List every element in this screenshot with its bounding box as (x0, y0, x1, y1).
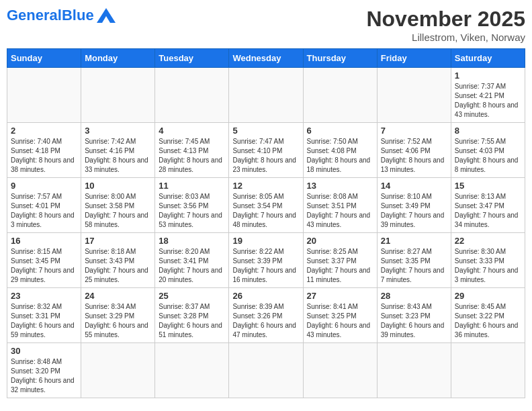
day-info: Sunrise: 7:42 AM Sunset: 4:16 PM Dayligh… (85, 137, 151, 175)
day-number: 18 (159, 236, 225, 246)
col-wednesday: Wednesday (229, 49, 303, 68)
logo: GeneralBlue (7, 7, 116, 24)
day-info: Sunrise: 8:34 AM Sunset: 3:29 PM Dayligh… (85, 302, 151, 340)
day-cell: 14Sunrise: 8:10 AM Sunset: 3:49 PM Dayli… (377, 178, 451, 233)
day-number: 26 (232, 291, 299, 301)
day-info: Sunrise: 7:37 AM Sunset: 4:21 PM Dayligh… (455, 82, 521, 120)
day-info: Sunrise: 7:47 AM Sunset: 4:10 PM Dayligh… (232, 137, 299, 175)
day-number: 13 (307, 181, 373, 191)
day-cell (229, 343, 303, 398)
day-info: Sunrise: 8:30 AM Sunset: 3:33 PM Dayligh… (455, 247, 521, 285)
day-cell: 2Sunrise: 7:40 AM Sunset: 4:18 PM Daylig… (7, 123, 81, 178)
day-number: 19 (232, 236, 299, 246)
day-cell (303, 68, 377, 123)
calendar-table: Sunday Monday Tuesday Wednesday Thursday… (7, 48, 525, 398)
day-cell (377, 343, 451, 398)
page: GeneralBlue November 2025 Lillestrom, Vi… (0, 0, 532, 405)
day-info: Sunrise: 7:40 AM Sunset: 4:18 PM Dayligh… (11, 137, 77, 175)
logo-text: GeneralBlue (7, 7, 94, 24)
day-cell: 4Sunrise: 7:45 AM Sunset: 4:13 PM Daylig… (155, 123, 229, 178)
day-cell: 21Sunrise: 8:27 AM Sunset: 3:35 PM Dayli… (377, 233, 451, 288)
day-number: 12 (232, 181, 299, 191)
day-number: 17 (85, 236, 151, 246)
day-cell: 5Sunrise: 7:47 AM Sunset: 4:10 PM Daylig… (229, 123, 303, 178)
calendar-subtitle: Lillestrom, Viken, Norway (366, 32, 525, 43)
col-tuesday: Tuesday (155, 49, 229, 68)
day-cell: 22Sunrise: 8:30 AM Sunset: 3:33 PM Dayli… (451, 233, 525, 288)
col-monday: Monday (81, 49, 155, 68)
day-number: 4 (159, 126, 225, 136)
day-info: Sunrise: 8:43 AM Sunset: 3:23 PM Dayligh… (381, 302, 447, 340)
day-number: 5 (232, 126, 299, 136)
week-row-2: 9Sunrise: 7:57 AM Sunset: 4:01 PM Daylig… (7, 178, 525, 233)
day-cell: 24Sunrise: 8:34 AM Sunset: 3:29 PM Dayli… (81, 288, 155, 343)
day-info: Sunrise: 8:25 AM Sunset: 3:37 PM Dayligh… (307, 247, 373, 285)
day-info: Sunrise: 8:08 AM Sunset: 3:51 PM Dayligh… (307, 192, 373, 230)
day-info: Sunrise: 8:13 AM Sunset: 3:47 PM Dayligh… (455, 192, 521, 230)
week-row-4: 23Sunrise: 8:32 AM Sunset: 3:31 PM Dayli… (7, 288, 525, 343)
day-cell: 16Sunrise: 8:15 AM Sunset: 3:45 PM Dayli… (7, 233, 81, 288)
col-thursday: Thursday (303, 49, 377, 68)
day-cell (155, 343, 229, 398)
logo-blue: Blue (62, 7, 94, 24)
day-cell: 25Sunrise: 8:37 AM Sunset: 3:28 PM Dayli… (155, 288, 229, 343)
day-cell: 17Sunrise: 8:18 AM Sunset: 3:43 PM Dayli… (81, 233, 155, 288)
day-info: Sunrise: 8:03 AM Sunset: 3:56 PM Dayligh… (159, 192, 225, 230)
day-number: 23 (11, 291, 77, 301)
day-cell (155, 68, 229, 123)
day-number: 2 (11, 126, 77, 136)
day-cell: 8Sunrise: 7:55 AM Sunset: 4:03 PM Daylig… (451, 123, 525, 178)
day-cell: 23Sunrise: 8:32 AM Sunset: 3:31 PM Dayli… (7, 288, 81, 343)
title-block: November 2025 Lillestrom, Viken, Norway (366, 7, 525, 43)
day-cell: 26Sunrise: 8:39 AM Sunset: 3:26 PM Dayli… (229, 288, 303, 343)
day-info: Sunrise: 8:48 AM Sunset: 3:20 PM Dayligh… (11, 357, 77, 395)
day-info: Sunrise: 8:05 AM Sunset: 3:54 PM Dayligh… (232, 192, 299, 230)
day-cell: 1Sunrise: 7:37 AM Sunset: 4:21 PM Daylig… (451, 68, 525, 123)
day-cell: 20Sunrise: 8:25 AM Sunset: 3:37 PM Dayli… (303, 233, 377, 288)
day-info: Sunrise: 8:20 AM Sunset: 3:41 PM Dayligh… (159, 247, 225, 285)
day-info: Sunrise: 8:32 AM Sunset: 3:31 PM Dayligh… (11, 302, 77, 340)
day-number: 1 (455, 71, 521, 81)
day-number: 25 (159, 291, 225, 301)
logo-icon (97, 8, 116, 23)
day-number: 28 (381, 291, 447, 301)
day-cell (377, 68, 451, 123)
day-cell: 29Sunrise: 8:45 AM Sunset: 3:22 PM Dayli… (451, 288, 525, 343)
day-number: 15 (455, 181, 521, 191)
calendar-title: November 2025 (366, 7, 525, 32)
day-cell: 10Sunrise: 8:00 AM Sunset: 3:58 PM Dayli… (81, 178, 155, 233)
day-number: 21 (381, 236, 447, 246)
day-info: Sunrise: 8:27 AM Sunset: 3:35 PM Dayligh… (381, 247, 447, 285)
day-cell: 13Sunrise: 8:08 AM Sunset: 3:51 PM Dayli… (303, 178, 377, 233)
day-number: 20 (307, 236, 373, 246)
day-number: 9 (11, 181, 77, 191)
day-info: Sunrise: 8:41 AM Sunset: 3:25 PM Dayligh… (307, 302, 373, 340)
day-cell: 11Sunrise: 8:03 AM Sunset: 3:56 PM Dayli… (155, 178, 229, 233)
day-number: 24 (85, 291, 151, 301)
day-info: Sunrise: 8:10 AM Sunset: 3:49 PM Dayligh… (381, 192, 447, 230)
day-cell: 15Sunrise: 8:13 AM Sunset: 3:47 PM Dayli… (451, 178, 525, 233)
day-number: 16 (11, 236, 77, 246)
day-number: 27 (307, 291, 373, 301)
day-number: 30 (11, 346, 77, 356)
day-info: Sunrise: 8:18 AM Sunset: 3:43 PM Dayligh… (85, 247, 151, 285)
day-number: 8 (455, 126, 521, 136)
day-cell: 30Sunrise: 8:48 AM Sunset: 3:20 PM Dayli… (7, 343, 81, 398)
day-info: Sunrise: 7:45 AM Sunset: 4:13 PM Dayligh… (159, 137, 225, 175)
day-number: 6 (307, 126, 373, 136)
col-saturday: Saturday (451, 49, 525, 68)
day-info: Sunrise: 8:00 AM Sunset: 3:58 PM Dayligh… (85, 192, 151, 230)
day-cell: 6Sunrise: 7:50 AM Sunset: 4:08 PM Daylig… (303, 123, 377, 178)
col-friday: Friday (377, 49, 451, 68)
day-info: Sunrise: 8:45 AM Sunset: 3:22 PM Dayligh… (455, 302, 521, 340)
day-cell: 3Sunrise: 7:42 AM Sunset: 4:16 PM Daylig… (81, 123, 155, 178)
day-cell: 19Sunrise: 8:22 AM Sunset: 3:39 PM Dayli… (229, 233, 303, 288)
day-info: Sunrise: 8:37 AM Sunset: 3:28 PM Dayligh… (159, 302, 225, 340)
day-cell: 18Sunrise: 8:20 AM Sunset: 3:41 PM Dayli… (155, 233, 229, 288)
day-info: Sunrise: 7:50 AM Sunset: 4:08 PM Dayligh… (307, 137, 373, 175)
day-cell: 12Sunrise: 8:05 AM Sunset: 3:54 PM Dayli… (229, 178, 303, 233)
week-row-5: 30Sunrise: 8:48 AM Sunset: 3:20 PM Dayli… (7, 343, 525, 398)
day-cell (7, 68, 81, 123)
day-cell (303, 343, 377, 398)
day-info: Sunrise: 8:39 AM Sunset: 3:26 PM Dayligh… (232, 302, 299, 340)
